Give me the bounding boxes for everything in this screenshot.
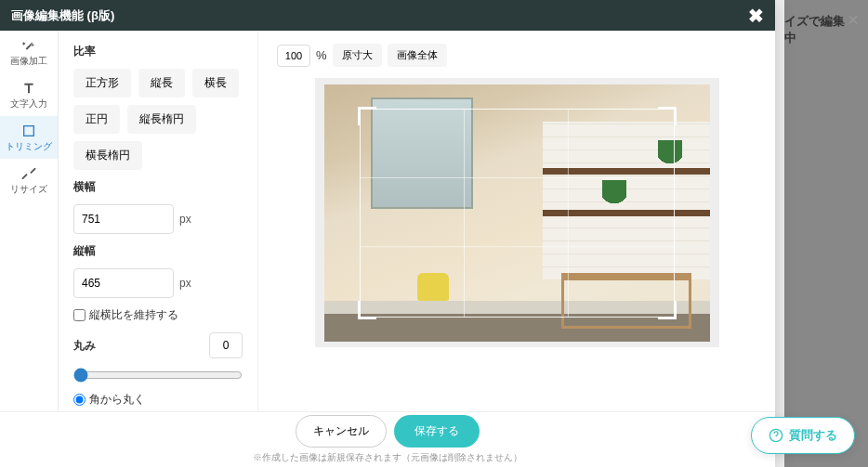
image-editor-modal: 画像編集機能 (β版) ✖ 画像加工 文字入力 トリミング リサイズ 比率 xyxy=(0,0,775,467)
sidebar-item-resize[interactable]: リサイズ xyxy=(0,159,58,201)
ask-question-fab[interactable]: 質問する xyxy=(751,417,855,454)
width-unit: px xyxy=(179,213,191,226)
sidebar-item-label: トリミング xyxy=(6,140,52,153)
ratio-wide[interactable]: 横長 xyxy=(192,69,239,97)
round-corner-label: 角から丸く xyxy=(89,392,145,408)
ratio-wide-ellipse[interactable]: 横長楕円 xyxy=(73,141,142,170)
width-heading: 横幅 xyxy=(73,179,243,195)
save-button[interactable]: 保存する xyxy=(394,415,480,448)
crop-handle-tl[interactable] xyxy=(358,107,376,125)
modal-title: 画像編集機能 (β版) xyxy=(11,7,114,24)
sidebar-item-trimming[interactable]: トリミング xyxy=(0,116,58,159)
sidebar-item-label: 文字入力 xyxy=(10,97,47,110)
ratio-square[interactable]: 正方形 xyxy=(73,69,131,97)
crop-handle-tr[interactable] xyxy=(658,107,677,125)
background-page: イズで編集中 × xyxy=(784,0,868,467)
fab-label: 質問する xyxy=(789,427,837,444)
height-input[interactable] xyxy=(73,268,174,298)
sidebar: 画像加工 文字入力 トリミング リサイズ xyxy=(0,31,59,411)
keep-aspect-label: 縦横比を維持する xyxy=(89,307,178,323)
preview-image[interactable] xyxy=(324,84,710,342)
modal-header: 画像編集機能 (β版) ✖ xyxy=(0,0,775,31)
ratio-tall-ellipse[interactable]: 縦長楕円 xyxy=(127,105,196,134)
question-icon xyxy=(769,428,783,443)
crop-icon xyxy=(21,123,36,138)
sidebar-item-effects[interactable]: 画像加工 xyxy=(0,31,58,73)
width-input[interactable] xyxy=(73,204,174,234)
text-icon xyxy=(21,81,36,96)
settings-panel: 比率 正方形 縦長 横長 正円 縦長楕円 横長楕円 横幅 px 縦幅 px xyxy=(59,31,258,411)
modal-footer: キャンセル 保存する ※作成した画像は新規保存されます（元画像は削除されません） xyxy=(0,411,775,467)
crop-handle-bl[interactable] xyxy=(358,301,376,319)
round-value-input[interactable] xyxy=(209,332,243,358)
zoom-input[interactable] xyxy=(277,45,310,67)
round-heading: 丸み xyxy=(73,338,96,354)
round-corner-row[interactable]: 角から丸く xyxy=(73,392,243,408)
round-slider[interactable] xyxy=(73,368,243,383)
sidebar-item-label: リサイズ xyxy=(10,183,47,196)
modal-body: 画像加工 文字入力 トリミング リサイズ 比率 正方形 縦長 横長 正円 xyxy=(0,31,775,411)
whole-image-button[interactable]: 画像全体 xyxy=(388,44,447,67)
crop-handle-br[interactable] xyxy=(658,301,677,319)
ratio-heading: 比率 xyxy=(73,44,243,59)
actual-size-button[interactable]: 原寸大 xyxy=(333,44,382,67)
ratio-buttons: 正方形 縦長 横長 正円 縦長楕円 横長楕円 xyxy=(73,69,243,170)
preview-background xyxy=(315,78,719,347)
svg-rect-0 xyxy=(24,126,34,136)
wand-icon xyxy=(21,38,36,53)
sidebar-item-text[interactable]: 文字入力 xyxy=(0,73,58,116)
ratio-circle[interactable]: 正円 xyxy=(73,105,120,134)
sidebar-item-label: 画像加工 xyxy=(10,55,47,68)
cancel-button[interactable]: キャンセル xyxy=(296,415,387,448)
keep-aspect-row[interactable]: 縦横比を維持する xyxy=(73,307,243,323)
background-close-icon[interactable]: × xyxy=(848,9,859,31)
keep-aspect-checkbox[interactable] xyxy=(73,309,85,321)
zoom-controls: % 原寸大 画像全体 xyxy=(277,44,756,67)
round-corner-radio[interactable] xyxy=(73,394,85,406)
background-text: イズで編集中 xyxy=(784,13,849,46)
height-heading: 縦幅 xyxy=(73,243,243,259)
preview-wrap xyxy=(277,67,756,398)
ratio-tall[interactable]: 縦長 xyxy=(138,69,185,97)
canvas-area: % 原寸大 画像全体 xyxy=(258,31,775,411)
height-unit: px xyxy=(179,277,191,290)
crop-overlay[interactable] xyxy=(360,109,675,318)
resize-icon xyxy=(21,166,36,181)
zoom-unit: % xyxy=(316,48,327,62)
footer-note: ※作成した画像は新規保存されます（元画像は削除されません） xyxy=(253,451,522,464)
close-icon[interactable]: ✖ xyxy=(748,5,764,27)
